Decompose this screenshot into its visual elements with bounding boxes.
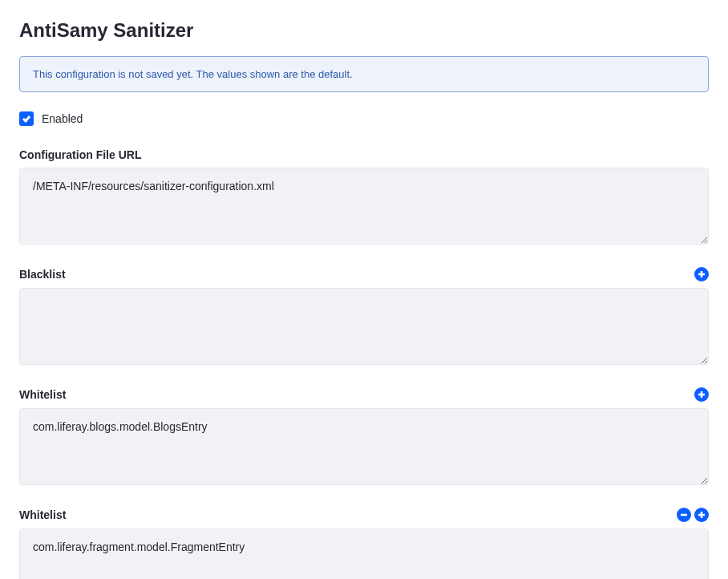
config-url-label: Configuration File URL [19, 148, 141, 161]
config-url-input[interactable] [19, 168, 709, 245]
whitelist-input-2[interactable] [19, 528, 709, 579]
whitelist-2-remove-button[interactable] [677, 508, 691, 522]
whitelist-label-1: Whitelist [19, 388, 66, 401]
plus-icon [698, 391, 706, 399]
plus-icon [698, 511, 706, 519]
blacklist-label: Blacklist [19, 268, 66, 281]
checkmark-icon [22, 114, 31, 123]
whitelist-2-add-button[interactable] [694, 508, 709, 522]
blacklist-add-button[interactable] [694, 267, 709, 281]
whitelist-1-add-button[interactable] [694, 387, 709, 402]
enabled-checkbox[interactable] [19, 111, 34, 126]
whitelist-label-2: Whitelist [19, 508, 66, 521]
page-title: AntiSamy Sanitizer [19, 19, 709, 42]
minus-icon [680, 511, 688, 519]
enabled-checkbox-row: Enabled [19, 111, 709, 126]
whitelist-input-1[interactable] [19, 408, 709, 485]
whitelist-field-group-2: Whitelist [19, 508, 709, 579]
enabled-label[interactable]: Enabled [42, 112, 83, 125]
blacklist-field-group: Blacklist [19, 267, 709, 368]
config-url-field-group: Configuration File URL [19, 148, 709, 248]
blacklist-input[interactable] [19, 288, 709, 365]
info-banner: This configuration is not saved yet. The… [19, 56, 709, 92]
plus-icon [698, 270, 706, 278]
whitelist-field-group-1: Whitelist [19, 387, 709, 488]
